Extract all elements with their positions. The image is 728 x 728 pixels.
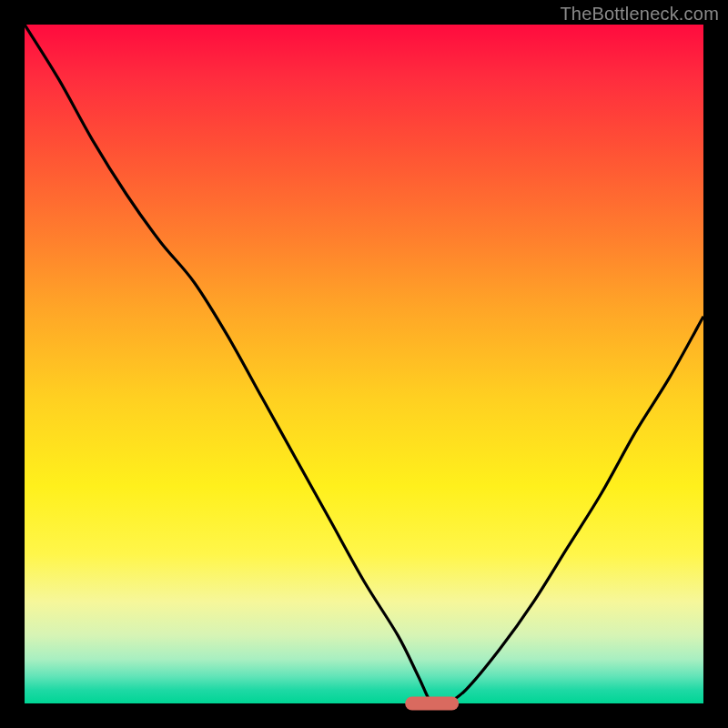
bottleneck-curve — [25, 25, 703, 703]
optimal-marker — [405, 697, 460, 711]
watermark-text: TheBottleneck.com — [560, 4, 719, 25]
plot-area — [25, 25, 703, 703]
chart-container: { "watermark": "TheBottleneck.com", "col… — [0, 0, 728, 728]
